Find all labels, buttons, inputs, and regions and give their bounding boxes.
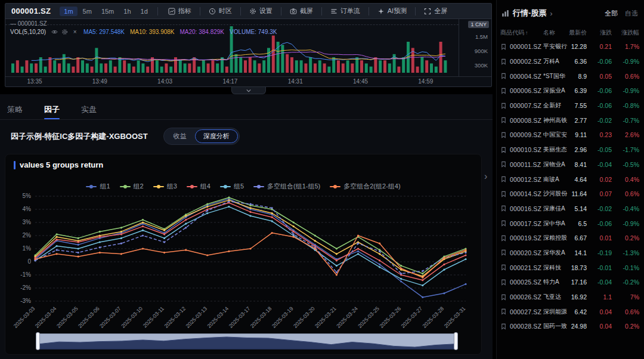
- table-row[interactable]: 000007.SZ全新好7.55-0.06-0.8%: [497, 98, 644, 113]
- tool-button-fullscreen[interactable]: 全屏: [419, 5, 452, 17]
- bookmark-icon[interactable]: [500, 220, 507, 227]
- table-row[interactable]: 000004.SZ*ST国华8.90.050.6%: [497, 69, 644, 83]
- bookmark-icon[interactable]: [500, 132, 507, 138]
- bookmark-icon[interactable]: [500, 308, 507, 315]
- bookmark-icon[interactable]: [500, 323, 507, 330]
- watchlist-column-headers: 商品代码↑名称最新价涨跌涨跌幅: [497, 26, 644, 39]
- stock-price: 6.36: [568, 58, 587, 65]
- table-row[interactable]: 000002.SZ万科A6.36-0.06-0.9%: [497, 54, 644, 69]
- bookmark-icon[interactable]: [500, 191, 507, 197]
- table-row[interactable]: 000011.SZ深物业A8.41-0.04-0.5%: [497, 157, 644, 172]
- table-row[interactable]: 000012.SZ南玻A4.640.020.4%: [497, 172, 644, 187]
- collapse-panel-button[interactable]: ›: [484, 172, 487, 181]
- tool-button-indicator[interactable]: 指标: [163, 5, 196, 17]
- tab-实盘[interactable]: 实盘: [80, 100, 98, 119]
- bookmark-icon[interactable]: [500, 294, 507, 301]
- bookmark-icon[interactable]: [500, 176, 507, 182]
- table-row[interactable]: 000025.SZ特力A17.16-0.04-0.2%: [497, 275, 644, 290]
- bookmark-icon[interactable]: [500, 147, 507, 153]
- legend-item[interactable]: 组2: [120, 182, 144, 191]
- table-row[interactable]: 000028.SZ国药一致24.980.040.2%: [497, 319, 644, 334]
- panel-title: values 5 groups return: [14, 160, 103, 169]
- stock-code: 000004.SZ: [510, 73, 543, 80]
- bookmark-icon[interactable]: [500, 264, 507, 271]
- column-header-change[interactable]: 涨跌: [587, 29, 612, 37]
- table-row[interactable]: 000010.SZ美丽生态2.96-0.05-1.7%: [497, 143, 644, 157]
- filter-自选[interactable]: 自选: [625, 9, 638, 18]
- svg-text:2025-03-04: 2025-03-04: [34, 305, 58, 329]
- kline-chart[interactable]: — 000001.SZ VOL(5,10,20) × MA5: 297.548K…: [5, 19, 491, 76]
- bookmark-icon[interactable]: [500, 117, 507, 123]
- legend-item[interactable]: 多空组合2(组2-组4): [330, 182, 400, 191]
- close-icon[interactable]: ×: [72, 29, 78, 35]
- table-row[interactable]: 000026.SZ飞亚达16.921.17%: [497, 290, 644, 305]
- legend-item[interactable]: 组1: [86, 182, 110, 191]
- filter-全部[interactable]: 全部: [605, 9, 618, 18]
- bookmark-icon[interactable]: [500, 58, 507, 65]
- tool-button-gear[interactable]: 设置: [244, 5, 277, 17]
- stock-name: 深振业A: [543, 86, 568, 95]
- table-row[interactable]: 000021.SZ深科技18.73-0.01-0.1%: [497, 260, 644, 275]
- brush-left-handle[interactable]: [36, 332, 40, 350]
- stock-code: 000025.SZ: [510, 278, 543, 286]
- bookmark-icon[interactable]: [500, 44, 507, 50]
- table-row[interactable]: 000009.SZ中国宝安9.110.232.6%: [497, 128, 644, 143]
- tool-button-orderflow[interactable]: 订单流: [326, 5, 365, 17]
- stock-name: *ST国华: [543, 72, 568, 81]
- table-row[interactable]: 000019.SZ深粮控股6.670.010.2%: [497, 231, 644, 246]
- table-row[interactable]: 000008.SZ神州高铁2.77-0.02-0.7%: [497, 113, 644, 128]
- main-tabs: 策略因子实盘: [6, 100, 98, 119]
- view-button-收益[interactable]: 收益: [165, 129, 195, 143]
- legend-item[interactable]: 组4: [187, 182, 210, 191]
- stock-name: 平安银行: [543, 42, 568, 51]
- legend-item[interactable]: 多空组合(组1-组5): [253, 182, 320, 191]
- table-row[interactable]: 000016.SZ深康佳A5.14-0.02-0.4%: [497, 202, 644, 216]
- bookmark-icon[interactable]: [500, 235, 507, 242]
- table-row[interactable]: 000020.SZ深华发A14.1-0.19-1.3%: [497, 246, 644, 261]
- legend-item[interactable]: 组5: [220, 182, 244, 191]
- bookmark-icon[interactable]: [500, 161, 507, 168]
- table-row[interactable]: 000017.SZ深中华A6.5-0.06-0.9%: [497, 216, 644, 231]
- column-header-code[interactable]: 商品代码↑: [500, 29, 543, 37]
- stock-price: 16.92: [568, 293, 587, 301]
- gear-icon[interactable]: [61, 29, 68, 35]
- column-header-change-pct[interactable]: 涨跌幅: [612, 29, 639, 37]
- brush-right-handle[interactable]: [454, 332, 458, 350]
- timeframe-1m[interactable]: 1m: [60, 7, 77, 16]
- legend-item[interactable]: 组3: [153, 182, 177, 191]
- timeframe-1d[interactable]: 1d: [137, 7, 152, 16]
- time-tick: 14:45: [353, 78, 368, 85]
- table-row[interactable]: 000001.SZ平安银行12.280.211.7%: [497, 39, 644, 54]
- tab-因子[interactable]: 因子: [43, 100, 61, 119]
- view-button-深度分析[interactable]: 深度分析: [195, 129, 238, 143]
- stock-change: 0.07: [587, 190, 612, 197]
- chevron-right-icon[interactable]: ›: [550, 9, 552, 18]
- bookmark-icon[interactable]: [500, 73, 507, 79]
- table-row[interactable]: 000006.SZ深振业A6.39-0.06-0.9%: [497, 83, 644, 98]
- stock-change: -0.06: [587, 87, 612, 94]
- table-row[interactable]: 000027.SZ深圳能源6.420.040.6%: [497, 304, 644, 319]
- bookmark-icon[interactable]: [500, 205, 507, 212]
- timeframe-5m[interactable]: 5m: [79, 7, 96, 16]
- timeframe-15m[interactable]: 15m: [97, 7, 118, 16]
- legend-label: 组2: [134, 182, 144, 191]
- tab-策略[interactable]: 策略: [6, 100, 24, 119]
- time-axis[interactable]: 13:3513:4914:0314:1714:3114:4514:59: [5, 76, 491, 86]
- factor-line-chart[interactable]: 5%4%3%2%1%0-1%-2%-3%2025-03-032025-03-04…: [9, 191, 474, 332]
- bookmark-icon[interactable]: [500, 88, 507, 94]
- volume-chart[interactable]: [5, 19, 460, 76]
- tool-button-clock[interactable]: 时区: [204, 5, 237, 17]
- bookmark-icon[interactable]: [500, 103, 507, 109]
- column-header-price[interactable]: 最新价: [568, 29, 587, 37]
- timeframe-1h[interactable]: 1h: [119, 7, 135, 16]
- eye-icon[interactable]: [51, 29, 58, 35]
- table-row[interactable]: 000014.SZ沙河股份11.640.070.6%: [497, 187, 644, 202]
- bookmark-icon[interactable]: [500, 249, 507, 256]
- collapse-chart-button[interactable]: [231, 87, 266, 94]
- bookmark-icon[interactable]: [500, 279, 507, 286]
- column-header-name[interactable]: 名称: [543, 29, 568, 37]
- price-axis[interactable]: 1 CNY 1.5M900K300K: [459, 19, 491, 76]
- chart-range-brush[interactable]: [38, 333, 456, 349]
- tool-button-ai[interactable]: AI预测: [373, 5, 411, 17]
- tool-button-screenshot[interactable]: 截屏: [285, 5, 318, 17]
